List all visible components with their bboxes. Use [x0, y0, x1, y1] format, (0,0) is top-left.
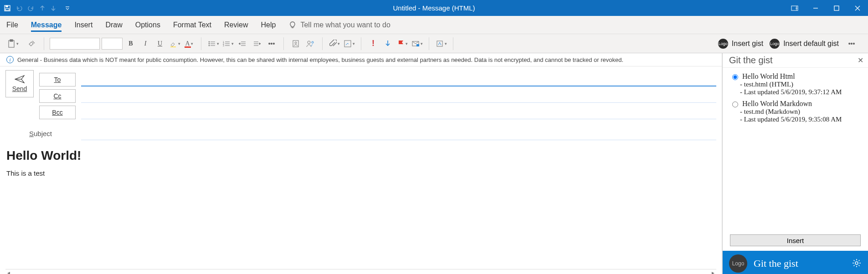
message-body[interactable]: Hello World! This is a test — [5, 148, 716, 269]
send-button[interactable]: Send — [5, 70, 34, 97]
bullets-button[interactable]: ▾ — [207, 37, 220, 50]
gist-name: Hello World Markdown — [742, 100, 812, 108]
signature-button[interactable]: ▾ — [343, 37, 355, 50]
underline-button[interactable]: U — [154, 37, 166, 50]
svg-rect-20 — [416, 44, 419, 46]
font-color-button[interactable]: A ▾ — [183, 37, 195, 50]
settings-icon[interactable] — [852, 258, 862, 269]
gist-option-1[interactable]: Hello World Html test.html (HTML) Last u… — [730, 72, 861, 96]
tell-me-search[interactable]: Tell me what you want to do — [288, 21, 390, 29]
insert-gist-pane-button[interactable]: Insert — [730, 234, 861, 246]
insert-default-gist-label: Insert default gist — [783, 40, 839, 48]
scroll-left-icon[interactable]: ◄ — [6, 270, 11, 274]
numbering-button[interactable]: 123▾ — [221, 37, 234, 50]
tab-insert[interactable]: Insert — [74, 18, 92, 32]
svg-rect-1 — [5, 5, 8, 7]
italic-button[interactable]: I — [139, 37, 152, 50]
decrease-indent-button[interactable] — [236, 37, 249, 50]
gist-file: test.md (Markdown) — [740, 108, 861, 116]
pane-close-button[interactable]: ✕ — [858, 56, 863, 65]
increase-indent-button[interactable] — [251, 37, 263, 50]
svg-point-17 — [312, 41, 313, 43]
tab-message[interactable]: Message — [31, 18, 62, 32]
svg-rect-21 — [437, 41, 442, 46]
redo-icon[interactable] — [27, 5, 35, 12]
to-input[interactable] — [81, 73, 716, 86]
tab-file[interactable]: File — [6, 18, 18, 32]
subject-input[interactable] — [81, 127, 716, 140]
logo-badge-icon: Logo — [770, 39, 780, 49]
horizontal-scrollbar[interactable]: ◄ ► — [5, 269, 716, 274]
svg-rect-18 — [344, 41, 351, 47]
down-arrow-icon[interactable] — [50, 5, 56, 11]
attach-file-button[interactable]: ▾ — [328, 37, 341, 50]
body-paragraph: This is a test — [6, 169, 715, 177]
svg-point-16 — [308, 41, 310, 44]
svg-point-15 — [295, 42, 297, 44]
font-name-input[interactable] — [50, 38, 100, 50]
svg-point-8 — [209, 41, 210, 42]
qat-customize-icon[interactable] — [65, 5, 70, 11]
check-names-button[interactable] — [304, 37, 317, 50]
tab-format-text[interactable]: Format Text — [173, 18, 211, 32]
svg-text:3: 3 — [223, 44, 224, 47]
pane-footer: Logo Git the gist — [723, 251, 868, 274]
gist-option-2[interactable]: Hello World Markdown test.md (Markdown) … — [730, 100, 861, 123]
insert-gist-button[interactable]: Logo Insert gist — [718, 39, 763, 49]
send-icon — [15, 75, 25, 83]
logo-badge-icon: Logo — [718, 39, 728, 49]
paste-button[interactable]: ▾ — [5, 37, 24, 50]
high-importance-button[interactable]: ! — [367, 37, 380, 50]
save-icon[interactable] — [4, 5, 11, 12]
info-icon: i — [6, 56, 14, 63]
svg-rect-6 — [10, 40, 13, 41]
cc-input[interactable] — [81, 89, 716, 103]
gist-list: Hello World Html test.html (HTML) Last u… — [723, 68, 868, 234]
maximize-button[interactable] — [826, 0, 847, 16]
up-arrow-icon[interactable] — [39, 5, 46, 11]
highlight-button[interactable]: ▾ — [168, 37, 181, 50]
undo-icon[interactable] — [15, 5, 23, 12]
gist-radio-1[interactable] — [732, 74, 738, 80]
font-size-input[interactable] — [102, 38, 123, 50]
svg-point-9 — [209, 43, 210, 44]
minimize-button[interactable] — [805, 0, 826, 16]
sensitivity-info-text: General - Business data which is NOT mea… — [17, 56, 623, 63]
ribbon-display-options-icon[interactable] — [784, 0, 805, 16]
more-formatting-button[interactable]: ••• — [265, 37, 278, 50]
assign-policy-button[interactable]: ▾ — [411, 37, 423, 50]
low-importance-button[interactable] — [381, 37, 394, 50]
lightbulb-icon — [288, 21, 297, 29]
address-book-button[interactable] — [289, 37, 302, 50]
tab-draw[interactable]: Draw — [105, 18, 122, 32]
compose-area: i General - Business data which is NOT m… — [0, 53, 722, 274]
window-title: Untitled - Message (HTML) — [0, 4, 868, 12]
footer-logo-icon: Logo — [729, 254, 747, 273]
gist-updated: Last updated 5/6/2019, 9:37:12 AM — [740, 88, 861, 96]
tab-help[interactable]: Help — [261, 18, 276, 32]
insert-default-gist-button[interactable]: Logo Insert default gist — [770, 39, 839, 49]
bold-button[interactable]: B — [124, 37, 137, 50]
svg-rect-4 — [834, 6, 839, 10]
cc-button[interactable]: Cc — [39, 89, 76, 103]
tab-options[interactable]: Options — [135, 18, 160, 32]
close-button[interactable] — [847, 0, 868, 16]
scroll-right-icon[interactable]: ► — [711, 270, 715, 274]
pane-title: Git the gist — [729, 55, 773, 66]
task-pane: Git the gist ✕ Hello World Html test.htm… — [722, 53, 868, 274]
follow-up-button[interactable]: ▾ — [396, 37, 409, 50]
gist-updated: Last updated 5/6/2019, 9:35:08 AM — [740, 116, 861, 123]
tab-review[interactable]: Review — [224, 18, 248, 32]
subject-label: SSubjectubject — [5, 130, 76, 137]
more-commands-button[interactable]: ••• — [845, 37, 858, 50]
gist-radio-2[interactable] — [732, 101, 738, 107]
bcc-button[interactable]: Bcc — [39, 106, 76, 119]
send-label: Send — [12, 85, 27, 92]
format-painter-button[interactable] — [26, 37, 38, 50]
footer-title: Git the gist — [754, 258, 845, 269]
bcc-input[interactable] — [81, 106, 716, 119]
sensitivity-button[interactable]: ▾ — [435, 37, 447, 50]
svg-rect-7 — [170, 46, 176, 47]
to-button[interactable]: To — [39, 73, 76, 86]
tell-me-label: Tell me what you want to do — [300, 21, 390, 29]
